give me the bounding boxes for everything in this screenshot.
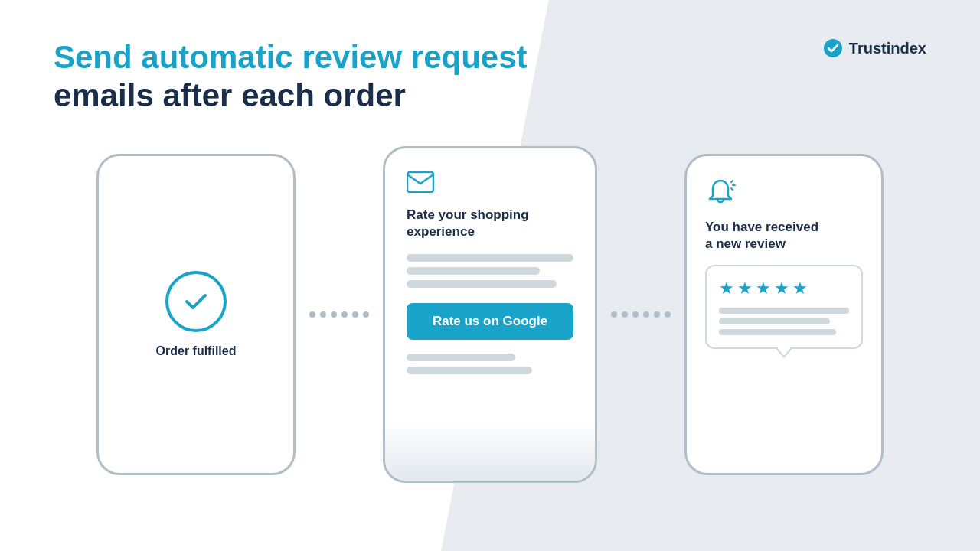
placeholder-lines-bottom	[407, 354, 573, 374]
text-line	[407, 280, 557, 288]
order-label: Order fulfilled	[156, 344, 237, 358]
trustindex-check-icon	[823, 38, 843, 58]
svg-rect-1	[407, 172, 433, 192]
dots-connector-1	[296, 311, 383, 318]
phone-shadow	[385, 419, 595, 481]
dot	[632, 311, 639, 318]
svg-line-4	[731, 188, 733, 190]
svg-point-0	[824, 39, 842, 57]
stars-row: ★ ★ ★ ★ ★	[719, 279, 849, 298]
dot	[341, 311, 348, 318]
phone-review: You have received a new review ★ ★ ★ ★ ★	[684, 154, 884, 475]
placeholder-lines-top	[407, 254, 573, 288]
headline: Send automatic review request emails aft…	[54, 38, 528, 116]
dot	[363, 311, 369, 318]
phones-row: Order fulfilled Rate your shopping exper…	[54, 146, 926, 483]
star-5: ★	[792, 279, 808, 298]
notification-icon	[705, 178, 863, 210]
text-line	[407, 254, 573, 262]
dot	[654, 311, 660, 318]
review-line	[719, 308, 849, 314]
notification-text: You have received a new review	[705, 219, 863, 253]
star-2: ★	[737, 279, 753, 298]
text-line	[407, 267, 540, 275]
svg-line-2	[731, 181, 733, 182]
main-content: Send automatic review request emails aft…	[0, 0, 980, 551]
dot	[611, 311, 617, 318]
trustindex-logo: Trustindex	[823, 38, 926, 58]
star-1: ★	[719, 279, 734, 298]
review-bubble: ★ ★ ★ ★ ★	[705, 265, 863, 349]
review-line	[719, 329, 836, 335]
headline-line1: Send automatic review request	[54, 38, 528, 77]
dot	[643, 311, 649, 318]
dot	[320, 311, 326, 318]
email-icon	[407, 171, 573, 196]
dot	[622, 311, 628, 318]
checkmark-icon	[181, 286, 211, 317]
dot	[331, 311, 337, 318]
headline-line2: emails after each order	[54, 77, 528, 115]
phone-email: Rate your shopping experience Rate us on…	[383, 146, 597, 483]
header: Send automatic review request emails aft…	[54, 38, 926, 116]
text-line	[407, 367, 532, 374]
review-line	[719, 318, 830, 324]
phone-order: Order fulfilled	[96, 154, 296, 475]
email-subject: Rate your shopping experience	[407, 207, 573, 240]
dot	[309, 311, 315, 318]
rate-google-button[interactable]: Rate us on Google	[407, 303, 573, 340]
star-4: ★	[774, 279, 789, 298]
review-text-lines	[719, 308, 849, 335]
text-line	[407, 354, 515, 361]
dot	[665, 311, 671, 318]
logo-text: Trustindex	[849, 40, 926, 57]
check-circle	[165, 271, 227, 332]
dot	[352, 311, 358, 318]
star-3: ★	[756, 279, 771, 298]
dots-connector-2	[597, 311, 684, 318]
